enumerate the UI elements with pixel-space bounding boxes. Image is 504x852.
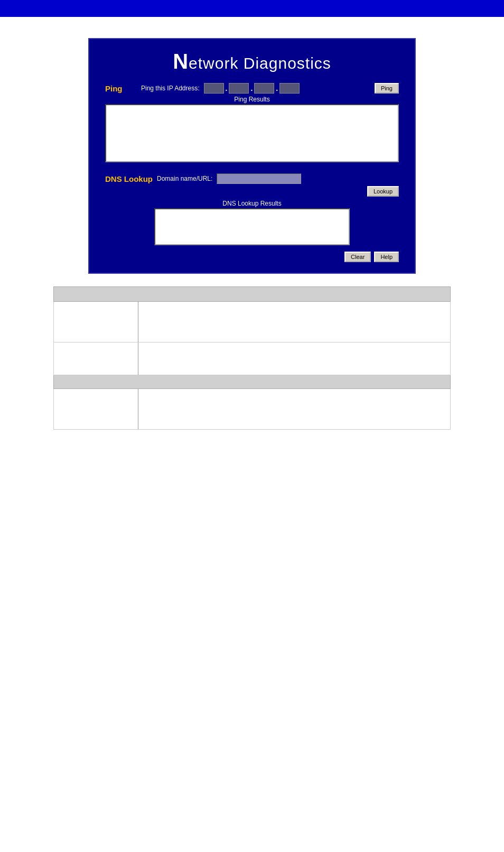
dns-results-textarea[interactable] <box>154 208 350 245</box>
lookup-button[interactable]: Lookup <box>367 186 399 197</box>
table-header-cell <box>54 287 451 302</box>
table-row-3 <box>54 389 451 430</box>
ping-results-textarea[interactable] <box>105 104 399 162</box>
dns-lookup-btn-row: Lookup <box>105 186 399 197</box>
dns-row: DNS Lookup Domain name/URL: <box>105 173 399 184</box>
ip-dot-2: . <box>250 84 253 92</box>
table-cell-2-right <box>138 342 451 375</box>
title-big-n: N <box>173 50 189 73</box>
panel-title: Network Diagnostics <box>105 50 399 73</box>
table-row-1 <box>54 302 451 342</box>
ping-results-label: Ping Results <box>105 96 399 103</box>
ip-input-group: . . . <box>204 83 370 94</box>
info-table <box>53 286 451 430</box>
ping-label: Ping <box>105 84 137 93</box>
table-cell-1-left <box>54 302 138 342</box>
dns-results-label: DNS Lookup Results <box>222 200 281 207</box>
ip-octet-1[interactable] <box>204 83 224 94</box>
dns-input[interactable] <box>217 173 301 184</box>
table-section-header <box>54 375 451 389</box>
table-header-row <box>54 287 451 302</box>
table-cell-3-right <box>138 389 451 430</box>
main-content: Network Diagnostics Ping Ping this IP Ad… <box>0 17 504 453</box>
ip-octet-3[interactable] <box>254 83 274 94</box>
table-row-2 <box>54 342 451 375</box>
ping-button[interactable]: Ping <box>375 83 399 94</box>
dns-label: DNS Lookup <box>105 174 153 183</box>
dns-field-label: Domain name/URL: <box>157 175 212 182</box>
ip-octet-2[interactable] <box>229 83 249 94</box>
dns-results-container: DNS Lookup Results <box>105 198 399 245</box>
bottom-buttons: Clear Help <box>105 252 399 262</box>
table-section-header-cell <box>54 375 451 389</box>
diagnostics-panel: Network Diagnostics Ping Ping this IP Ad… <box>88 38 416 274</box>
ip-dot-1: . <box>225 84 228 92</box>
table-cell-2-left <box>54 342 138 375</box>
dns-section: DNS Lookup Domain name/URL: Lookup DNS L… <box>105 173 399 245</box>
table-cell-3-left <box>54 389 138 430</box>
ip-dot-3: . <box>275 84 278 92</box>
table-cell-1-right <box>138 302 451 342</box>
title-rest: etwork Diagnostics <box>189 54 331 72</box>
top-banner <box>0 0 504 17</box>
help-button[interactable]: Help <box>374 252 399 262</box>
clear-button[interactable]: Clear <box>344 252 371 262</box>
ip-octet-4[interactable] <box>279 83 300 94</box>
ping-field-label: Ping this IP Address: <box>141 85 200 92</box>
ping-row: Ping Ping this IP Address: . . . Ping <box>105 83 399 94</box>
